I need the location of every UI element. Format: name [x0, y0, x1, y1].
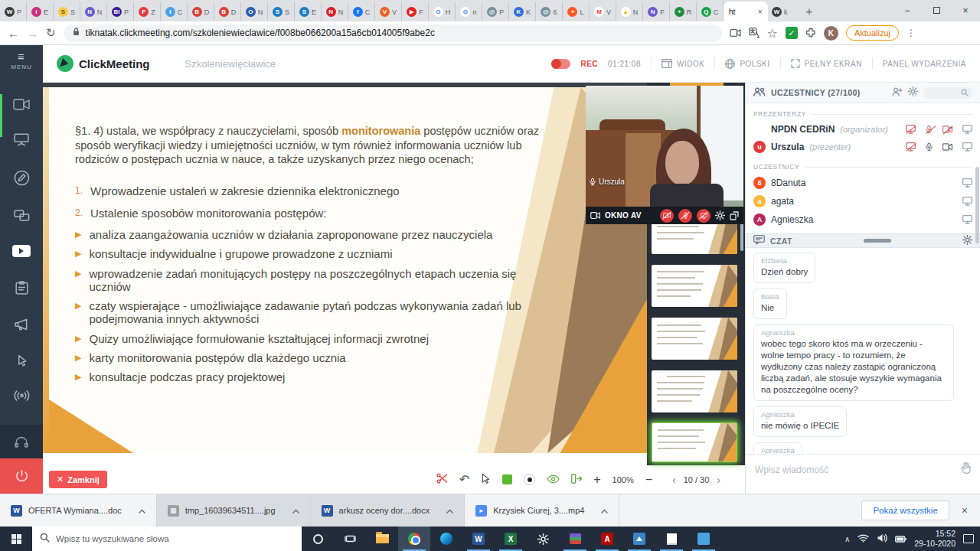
bookmark-star-icon[interactable]: ☆: [767, 26, 778, 41]
browser-tab[interactable]: W P: [0, 2, 27, 21]
camera-on-icon[interactable]: [942, 143, 952, 151]
download-item[interactable]: W OFERTA Wymiana....doc: [0, 494, 157, 527]
taskbar-search[interactable]: [32, 527, 302, 551]
participant-row[interactable]: NPDN CEDRiN (organizator): [746, 121, 980, 138]
acrobat-icon[interactable]: A: [591, 527, 623, 551]
zoom-in-button[interactable]: +: [593, 473, 600, 487]
desktop-icon[interactable]: [962, 215, 972, 224]
chat-message-list[interactable]: Elżbieta Dzień dobry Basia Nie Agnieszka…: [746, 248, 980, 453]
whiteboard-icon[interactable]: [0, 170, 43, 186]
browser-tab[interactable]: G n: [456, 2, 482, 21]
slide-thumbnail[interactable]: [652, 370, 737, 412]
browser-tab[interactable]: Q C: [697, 2, 724, 21]
update-chrome-button[interactable]: Aktualizuj: [846, 25, 899, 41]
screen-share-off-icon[interactable]: [906, 142, 916, 152]
download-item[interactable]: ▦ tmp_16039634511....jpg: [157, 494, 311, 527]
slide-canvas[interactable]: §1. 4) ustala, we współpracy z nauczycie…: [43, 87, 647, 453]
presentation-board-icon[interactable]: [0, 133, 43, 146]
participant-row[interactable]: 8 8Danuta: [746, 174, 980, 192]
raise-hand-icon[interactable]: [961, 462, 971, 477]
reload-button[interactable]: ↻: [46, 26, 56, 40]
survey-clipboard-icon[interactable]: [0, 281, 43, 295]
chevron-up-icon[interactable]: [601, 506, 608, 515]
file-explorer-icon[interactable]: [366, 527, 398, 551]
close-downloads-bar-icon[interactable]: ×: [962, 504, 968, 517]
back-button[interactable]: ←: [8, 27, 19, 40]
download-item[interactable]: W arkusz oceny dor....docx: [311, 494, 466, 527]
rec-toggle[interactable]: [551, 59, 570, 69]
translate-icon[interactable]: [749, 28, 760, 38]
action-center-icon[interactable]: [963, 534, 974, 543]
profile-avatar[interactable]: K: [824, 26, 838, 41]
screen-share-off-icon[interactable]: [906, 125, 916, 134]
active-browser-tab[interactable]: ht ×: [724, 2, 768, 21]
share-off-button[interactable]: [697, 209, 710, 223]
tray-chevron-icon[interactable]: ∧: [844, 535, 850, 543]
browser-tab[interactable]: M V: [590, 2, 616, 21]
slide-thumbnail[interactable]: [652, 318, 737, 360]
browser-tab[interactable]: i E: [27, 2, 54, 21]
checkmark-extension-icon[interactable]: ✓: [786, 27, 798, 39]
taskbar-clock[interactable]: 15:52 29-10-2020: [914, 529, 956, 549]
start-button[interactable]: [0, 527, 32, 551]
close-window-button[interactable]: ×: [951, 5, 980, 16]
next-slide-button[interactable]: ›: [717, 474, 720, 486]
helpdesk-headphones-icon[interactable]: [0, 425, 43, 458]
chat-resize-handle[interactable]: [798, 239, 957, 243]
photos-icon[interactable]: [623, 527, 655, 551]
close-tab-icon[interactable]: ×: [758, 7, 763, 16]
browser-tab[interactable]: G H: [429, 2, 456, 21]
chevron-up-icon[interactable]: [446, 506, 453, 515]
undo-icon[interactable]: ↶: [459, 472, 469, 487]
cta-pointer-icon[interactable]: [0, 354, 43, 367]
excel-icon[interactable]: X: [495, 527, 527, 551]
browser-tab[interactable]: f C: [348, 2, 375, 21]
participant-row[interactable]: a agata: [746, 192, 980, 210]
broadcast-icon[interactable]: [0, 390, 43, 401]
browser-tab[interactable]: S S: [54, 2, 80, 21]
winrar-icon[interactable]: [559, 527, 591, 551]
desktop-icon[interactable]: [962, 197, 972, 206]
prev-slide-button[interactable]: ‹: [672, 474, 676, 486]
desktop-icon[interactable]: [962, 125, 972, 134]
browser-tab[interactable]: @ P: [482, 2, 509, 21]
participant-row[interactable]: u Urszula (prezenter): [746, 138, 980, 156]
sidebar-menu-button[interactable]: ≡ MENU: [11, 45, 32, 75]
camera-off-icon[interactable]: [942, 126, 952, 133]
browser-tab[interactable]: N N: [80, 2, 107, 21]
browser-tab[interactable]: B D: [188, 2, 214, 21]
chat-settings-gear-icon[interactable]: [962, 234, 972, 248]
download-item[interactable]: ▸ Krzysiek Ciurej, 3....mp4: [465, 494, 619, 527]
browser-tab[interactable]: S S: [268, 2, 295, 21]
call-to-action-megaphone-icon[interactable]: [0, 318, 43, 331]
cortana-icon[interactable]: [302, 527, 334, 551]
browser-tab[interactable]: O N: [241, 2, 268, 21]
end-session-power-button[interactable]: [0, 458, 43, 494]
av-camera-icon[interactable]: [0, 99, 43, 110]
participant-row[interactable]: A Agnieszka: [746, 210, 980, 229]
fullscreen-button[interactable]: PEŁNY EKRAN: [791, 59, 862, 68]
browser-tab[interactable]: ▶ F: [402, 2, 429, 21]
camera-off-button[interactable]: [660, 209, 674, 223]
puzzle-extensions-icon[interactable]: [805, 28, 816, 38]
browser-tab[interactable]: ▲ N: [616, 2, 643, 21]
volume-icon[interactable]: [877, 532, 887, 546]
participant-search-input[interactable]: [923, 87, 972, 99]
browser-tab[interactable]: t C: [161, 2, 188, 21]
close-presentation-button[interactable]: ✕Zamknij: [49, 471, 107, 488]
app-icon[interactable]: [688, 527, 720, 551]
mic-on-icon[interactable]: [926, 142, 933, 152]
view-menu[interactable]: WIDOK: [662, 59, 704, 68]
taskbar-search-input[interactable]: [56, 534, 294, 543]
browser-menu-icon[interactable]: ⋮: [906, 28, 916, 38]
task-view-icon[interactable]: [334, 527, 366, 551]
webcam-window[interactable]: Urszula OKNO AV: [586, 86, 743, 224]
browser-tab[interactable]: + L: [563, 2, 590, 21]
language-menu[interactable]: POLSKI: [725, 59, 769, 69]
word-icon[interactable]: W: [462, 527, 495, 551]
chevron-up-icon[interactable]: [139, 506, 145, 515]
desktop-icon[interactable]: [962, 178, 972, 187]
camera-icon[interactable]: [730, 29, 741, 37]
youtube-icon[interactable]: [0, 245, 43, 257]
line-width-dot[interactable]: [524, 474, 535, 485]
